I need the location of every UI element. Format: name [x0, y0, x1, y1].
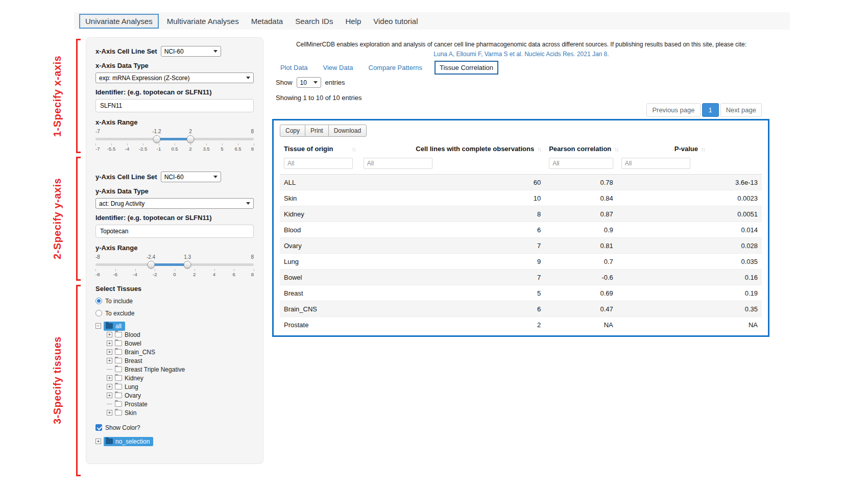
x-data-type-label: x-Axis Data Type [95, 62, 254, 70]
table-cell: 0.81 [545, 238, 617, 254]
table-row[interactable]: Ovary70.810.028 [280, 238, 762, 254]
citation-text: CellMinerCDB enables exploration and ana… [273, 41, 769, 48]
entries-select[interactable]: 10 [297, 77, 321, 88]
tissue-tree-item[interactable]: +Bowel [107, 339, 254, 348]
tissue-label: Kidney [125, 375, 143, 382]
x-axis-range-slider[interactable]: -78-1.22-7-5.5-4-2.5-10.523.556.58 [95, 129, 254, 153]
table-row[interactable]: Skin100.840.0023 [280, 190, 762, 206]
slider-handle-high[interactable] [184, 261, 191, 269]
y-data-type-select[interactable]: act: Drug Activity [95, 198, 254, 209]
tissue-tree-item[interactable]: Prostate [107, 400, 254, 408]
tab-univariate-analyses[interactable]: Univariate Analyses [79, 14, 159, 29]
column-header-pearson-correlation[interactable]: Pearson correlation↑↓ [545, 141, 617, 157]
x-cell-line-set-label: x-Axis Cell Line Set [95, 47, 157, 56]
subtab-tissue-correlation[interactable]: Tissue Correlation [435, 61, 498, 75]
table-cell: 0.69 [545, 285, 617, 301]
sort-icon[interactable]: ↑↓ [537, 146, 541, 152]
collapse-icon[interactable]: − [95, 323, 101, 329]
y-cell-line-set-select[interactable]: NCI-60 [161, 172, 221, 182]
table-row[interactable]: ALL600.783.6e-13 [280, 175, 762, 190]
show-color-checkbox[interactable]: Show Color? [95, 423, 254, 432]
table-row[interactable]: Prostate2NANA [280, 317, 762, 333]
slider-selected-range[interactable] [157, 138, 190, 140]
showing-entries-text: Showing 1 to 10 of 10 entries [276, 94, 361, 102]
expand-icon[interactable]: + [107, 384, 112, 389]
filter-pearson-input[interactable] [549, 158, 613, 169]
tissue-tree-item[interactable]: +Lung [107, 382, 254, 391]
column-header-p-value[interactable]: P-value↑↓ [617, 141, 762, 157]
tissue-tree-root[interactable]: − all [95, 322, 254, 330]
citation-link[interactable]: Luna A, Elloumi F, Varma S et al. Nuclei… [273, 51, 769, 58]
table-row[interactable]: Blood60.90.014 [280, 222, 762, 238]
expand-icon[interactable]: + [95, 438, 101, 444]
expand-icon[interactable]: + [107, 358, 112, 363]
print-button[interactable]: Print [305, 125, 329, 137]
sort-icon[interactable]: ↑↓ [701, 146, 705, 152]
tissue-tree-item[interactable]: Breast Triple Negative [107, 365, 254, 374]
tissue-root-pill[interactable]: all [104, 322, 125, 331]
folder-icon [115, 349, 122, 355]
x-identifier-input[interactable] [95, 99, 254, 112]
column-header-tissue-of-origin[interactable]: Tissue of origin ↑↓ [280, 141, 359, 157]
subtab-plot-data[interactable]: Plot Data [280, 64, 307, 71]
tab-video-tutorial[interactable]: Video tutorial [367, 14, 424, 29]
expand-icon[interactable]: + [107, 393, 112, 398]
expand-icon[interactable]: + [107, 410, 112, 416]
expand-icon[interactable]: + [107, 349, 112, 355]
entries-label: entries [325, 79, 345, 86]
table-row[interactable]: Breast50.690.19 [280, 285, 762, 301]
no-selection-pill[interactable]: no_selection [104, 437, 153, 446]
tissue-correlation-table: Tissue of origin ↑↓ Cell lines with comp… [280, 141, 762, 332]
tissue-tree-item[interactable]: +Breast [107, 356, 254, 365]
x-range-label: x-Axis Range [95, 118, 254, 127]
tab-multivariate-analyses[interactable]: Multivariate Analyses [161, 14, 245, 29]
tissue-label: Blood [125, 331, 140, 338]
table-row[interactable]: Lung90.70.035 [280, 254, 762, 270]
x-cell-line-set-select[interactable]: NCI-60 [161, 46, 221, 57]
filter-pvalue-input[interactable] [621, 158, 690, 169]
tissues-include-radio[interactable]: To include [95, 297, 254, 305]
page-1-button[interactable]: 1 [702, 103, 719, 117]
tissues-exclude-radio[interactable]: To exclude [95, 309, 254, 318]
slider-handle-high[interactable] [187, 135, 195, 143]
tissue-tree-item[interactable]: +Skin [107, 408, 254, 417]
no-selection-node[interactable]: + no_selection [95, 437, 254, 446]
next-page-button[interactable]: Next page [720, 103, 762, 117]
tissue-tree-item[interactable]: +Brain_CNS [107, 348, 254, 356]
slider-ruler: -8-6-4-202468 [95, 269, 254, 278]
tab-help[interactable]: Help [339, 14, 367, 29]
slider-selected-range[interactable] [151, 263, 188, 266]
sort-icon[interactable]: ↑↓ [614, 146, 618, 152]
subtab-compare-patterns[interactable]: Compare Patterns [369, 64, 423, 71]
table-row[interactable]: Bowel7-0.60.16 [280, 270, 762, 285]
leaf-connector [107, 369, 112, 370]
tissue-tree-item[interactable]: +Blood [107, 330, 254, 339]
table-row[interactable]: Brain_CNS60.470.35 [280, 301, 762, 317]
y-cell-line-set-label: y-Axis Cell Line Set [95, 173, 157, 181]
slider-handle-low[interactable] [153, 135, 160, 143]
table-cell: Prostate [280, 317, 359, 333]
slider-handle-low[interactable] [147, 261, 155, 269]
expand-icon[interactable]: + [107, 340, 112, 346]
annotation-step1-label: 1-Specify x-axis [52, 39, 65, 153]
tab-metadata[interactable]: Metadata [245, 14, 290, 29]
x-data-type-select[interactable]: exp: mRNA Expression (Z-Score) [95, 72, 254, 83]
download-button[interactable]: Download [328, 125, 367, 137]
expand-icon[interactable]: + [107, 375, 112, 381]
tissue-tree-item[interactable]: +Ovary [107, 391, 254, 400]
subtab-view-data[interactable]: View Data [323, 64, 353, 71]
y-identifier-input[interactable] [95, 225, 254, 238]
expand-icon[interactable]: + [107, 332, 112, 337]
previous-page-button[interactable]: Previous page [646, 103, 700, 117]
table-row[interactable]: Kidney80.870.0051 [280, 206, 762, 222]
show-label: Show [276, 79, 293, 86]
copy-button[interactable]: Copy [280, 125, 305, 137]
checkbox-checked-icon [95, 424, 102, 431]
sort-icon[interactable]: ↑↓ [352, 146, 355, 152]
y-axis-range-slider[interactable]: -88-2.41.3-8-6-4-202468 [95, 254, 254, 279]
filter-tissue-input[interactable] [284, 158, 353, 169]
tissue-tree-item[interactable]: +Kidney [107, 374, 254, 382]
tab-search-ids[interactable]: Search IDs [289, 14, 339, 29]
filter-cell-lines-input[interactable] [364, 158, 432, 169]
column-header-cell-lines[interactable]: Cell lines with complete observations↑↓ [359, 141, 545, 157]
